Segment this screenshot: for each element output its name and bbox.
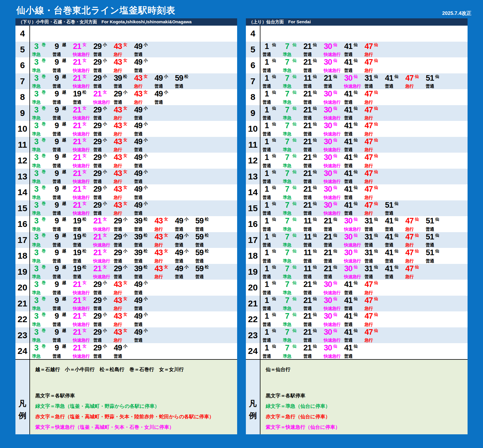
train-type: 普通 [113,259,133,263]
train-time: 29小 [113,217,133,226]
train-cell: 1仙普通 [262,280,282,296]
hour-row: 211仙普通7仙準急21仙普通30仙快速急行41仙普通47仙急行 [246,296,468,312]
hour-row: 191仙普通7仙準急11仙普通21仙普通30仙快速急行31仙普通41仙普通47仙… [246,264,468,280]
train-time: 1仙 [262,280,282,289]
train-type: 普通 [133,259,154,263]
train-destination: 松 [82,264,87,269]
train-minute: 7 [282,217,292,225]
train-minute: 21 [72,153,82,161]
train-cell: 31仙普通 [364,264,384,280]
train-minute: 29 [113,264,123,273]
train-time: 29小 [93,312,113,321]
train-minute: 21 [93,217,102,225]
train-destination: 女 [164,217,168,221]
hour-label: 15 [246,200,260,216]
train-type: 急行 [405,227,425,231]
train-time: 47仙 [364,312,384,321]
train-time: 41仙 [343,58,364,67]
train-minute: 7 [282,121,292,130]
train-cell: 47仙急行 [364,169,384,185]
trains-area: 1仙普通7仙準急21仙普通30仙快速急行41仙普通47仙急行 [260,296,468,312]
train-type: 準急 [282,179,303,184]
train-time: 1仙 [262,344,282,353]
train-time: 49小 [133,42,154,51]
hour-row: 123巻準急9越普通21女快速急行29小普通43女急行49小普通 [15,153,237,169]
train-time: 21女 [72,42,93,51]
train-time: 11仙 [303,233,323,242]
train-time: 47仙 [405,217,425,226]
trains-area: 3巻準急9越普通19松普通21女快速急行29小普通43女急行49小普通 [30,89,237,105]
train-time: 11仙 [303,264,323,274]
train-type: 普通 [262,259,282,263]
train-type: 普通 [303,52,323,57]
train-cell: 1仙普通 [262,73,282,89]
train-cell: 30仙快速急行 [323,137,343,153]
train-type: 普通 [262,84,282,88]
train-type: 快速急行 [72,195,93,200]
train-minute: 29 [93,153,102,161]
train-destination: 仙 [354,296,358,301]
train-type: 普通 [364,227,384,231]
train-minute: 49 [113,344,123,352]
train-destination: 越 [62,280,66,285]
hour-row: 233巻準急9越普通21女快速急行29小普通43女急行49小普通 [15,327,237,343]
train-type: 快速急行 [323,322,343,327]
train-destination: 小 [144,121,148,126]
train-minute: 19 [72,233,82,241]
train-cell: 9越普通 [52,248,72,264]
train-destination: 小 [123,248,127,253]
train-time: 43女 [113,58,133,67]
train-cell: 9越普通 [52,311,72,327]
train-minute: 21 [303,137,312,146]
train-type: 普通 [343,338,364,342]
train-destination: 仙 [394,217,399,221]
train-type: 急行 [405,259,425,263]
train-time: 3巻 [31,344,52,353]
train-minute: 21 [303,328,312,336]
train-destination: 松 [205,264,209,269]
train-destination: 仙 [292,328,297,333]
train-time: 29小 [93,58,113,67]
train-destination: 仙 [374,264,378,269]
train-destination: 巻 [42,185,46,190]
train-cell: 43女急行 [113,280,133,296]
train-minute: 47 [364,169,373,177]
train-destination: 女 [123,169,127,174]
train-minute: 41 [343,90,353,98]
train-cell: 7仙準急 [282,232,303,248]
train-minute: 30 [323,344,333,352]
train-destination: 仙 [272,42,276,47]
train-minute: 21 [303,201,312,209]
train-cell: 29小普通 [113,264,133,280]
train-destination: 松 [144,233,148,237]
train-type: 普通 [52,132,72,136]
hour-row: 131仙普通7仙準急21仙普通30仙快速急行41仙普通47仙急行 [246,169,468,185]
train-type: 普通 [343,100,364,104]
train-cell: 7仙準急 [282,121,303,137]
train-type: 普通 [93,132,113,136]
train-cell: 30仙快速急行 [323,42,343,58]
train-cell: 30仙快速急行 [323,296,343,312]
train-minute: 47 [364,328,373,336]
train-type: 普通 [303,147,323,152]
train-time: 21仙 [303,312,323,321]
train-time: 9越 [52,233,72,242]
train-destination: 仙 [374,121,378,126]
train-destination: 越 [62,248,66,253]
train-minute: 41 [343,106,353,114]
train-minute: 21 [93,264,102,273]
train-minute: 43 [113,169,123,177]
train-time: 59松 [195,233,215,242]
train-minute: 7 [282,169,292,177]
train-destination: 小 [103,153,107,158]
train-type: 準急 [31,195,52,200]
train-destination: 松 [144,264,148,269]
train-cell: 30仙快速急行 [323,89,343,105]
train-cell: 49小普通 [174,264,195,280]
train-time: 30仙 [343,264,364,274]
train-destination: 仙 [313,169,317,174]
train-minute: 7 [282,74,292,82]
train-time: 41仙 [384,248,405,257]
train-cell: 29小普通 [93,42,113,58]
train-type: 普通 [113,100,133,104]
